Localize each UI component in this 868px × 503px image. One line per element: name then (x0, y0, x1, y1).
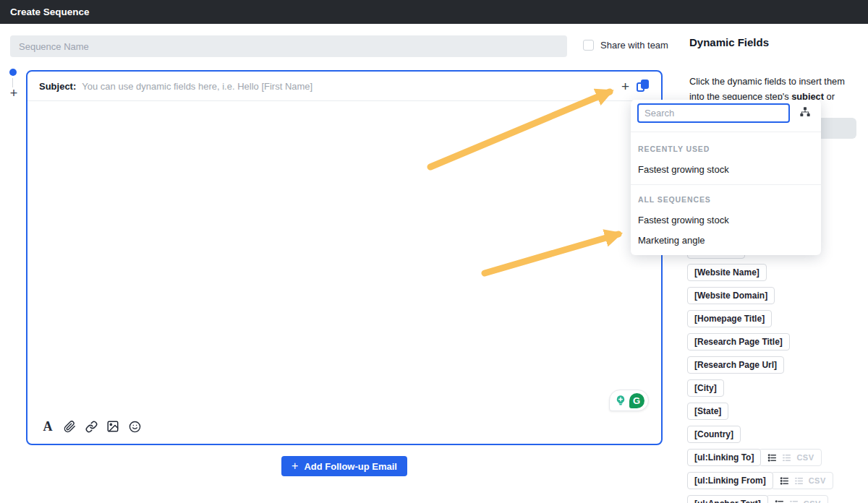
field-button-homepage-title[interactable]: [Homepage Title] (687, 310, 772, 327)
bulleted-list-icon[interactable] (767, 453, 777, 463)
field-group-linking-to: [ul:Linking To] CSV (687, 449, 822, 466)
subject-actions: + (621, 79, 650, 93)
csv-option[interactable]: CSV (804, 499, 821, 503)
field-group-linking-from: [ul:Linking From] CSV (687, 472, 833, 489)
suggestion-bulb-icon (614, 394, 627, 407)
subject-input[interactable]: You can use dynamic fields here, i.e. He… (82, 81, 621, 92)
field-button-website-domain[interactable]: [Website Domain] (687, 287, 775, 304)
dropdown-divider (631, 184, 821, 185)
dropdown-divider (631, 132, 821, 132)
field-button-country[interactable]: [Country] (687, 426, 741, 443)
grammarly-icon: G (629, 393, 644, 408)
duplicate-icon[interactable] (637, 79, 650, 93)
dynamic-field-dropdown: RECENTLY USED Fastest growing stock ALL … (631, 100, 821, 255)
numbered-list-icon[interactable] (794, 476, 804, 486)
bulleted-list-icon[interactable] (780, 476, 789, 486)
field-format-options: CSV (759, 449, 821, 466)
section-recently-used: RECENTLY USED (638, 145, 710, 153)
dynamic-fields-list: [Website Name] [Website Domain] [Homepag… (687, 264, 833, 503)
subject-row: Subject: You can use dynamic fields here… (27, 72, 661, 100)
field-button-city[interactable]: [City] (687, 379, 724, 397)
search-input[interactable] (637, 103, 790, 123)
field-button-state[interactable]: [State] (687, 403, 728, 420)
csv-option[interactable]: CSV (809, 476, 826, 485)
subject-divider (27, 100, 661, 101)
sequence-name-input[interactable] (10, 35, 567, 57)
sitemap-icon[interactable] (799, 106, 811, 121)
numbered-list-icon[interactable] (789, 499, 799, 503)
image-icon[interactable] (106, 419, 120, 434)
followup-row: + Add Follow-up Email (26, 456, 663, 476)
dropdown-item[interactable]: Fastest growing stock (638, 164, 729, 175)
share-with-team: Share with team (583, 40, 668, 51)
dynamic-fields-title: Dynamic Fields (689, 36, 769, 48)
add-step-button[interactable]: + (7, 86, 20, 101)
share-checkbox[interactable] (583, 40, 594, 51)
field-button-website-name[interactable]: [Website Name] (687, 264, 767, 281)
section-all-sequences: ALL SEQUENCES (638, 195, 711, 204)
field-format-options: CSV (771, 472, 833, 489)
field-button-ul-linking-to[interactable]: [ul:Linking To] (687, 449, 761, 466)
field-button-research-page-title[interactable]: [Research Page Title] (687, 333, 790, 351)
field-format-options: CSV (766, 495, 828, 503)
field-button-research-page-url[interactable]: [Research Page Url] (687, 356, 784, 374)
emoji-icon[interactable] (127, 419, 142, 434)
field-button-ul-anchor-text[interactable]: [ul:Anchor Text] (687, 495, 768, 503)
email-step-editor: Subject: You can use dynamic fields here… (26, 70, 663, 445)
add-followup-email-button[interactable]: + Add Follow-up Email (281, 456, 407, 476)
link-icon[interactable] (84, 419, 98, 434)
add-followup-label: Add Follow-up Email (304, 461, 397, 472)
page-title: Create Sequence (10, 7, 90, 17)
editor-toolbar: A (41, 419, 142, 434)
insert-dynamic-field-icon[interactable]: + (621, 79, 629, 93)
create-sequence-page: Create Sequence Share with team + Subjec… (0, 0, 868, 503)
field-group-anchor-text: [ul:Anchor Text] CSV (687, 495, 828, 503)
dropdown-item[interactable]: Marketing angle (638, 235, 705, 246)
top-bar: Create Sequence (0, 0, 868, 24)
plus-icon: + (292, 460, 298, 473)
dropdown-item[interactable]: Fastest growing stock (638, 215, 729, 225)
field-button-ul-linking-from[interactable]: [ul:Linking From] (687, 472, 773, 489)
bulleted-list-icon[interactable] (775, 499, 784, 503)
sequence-step-dot (9, 69, 17, 76)
attachment-icon[interactable] (62, 419, 77, 434)
grammarly-widget[interactable]: G (609, 390, 649, 411)
numbered-list-icon[interactable] (782, 453, 791, 463)
subject-label: Subject: (39, 81, 76, 92)
text-format-icon[interactable]: A (41, 419, 55, 434)
share-label: Share with team (600, 40, 668, 51)
csv-option[interactable]: CSV (796, 453, 814, 462)
